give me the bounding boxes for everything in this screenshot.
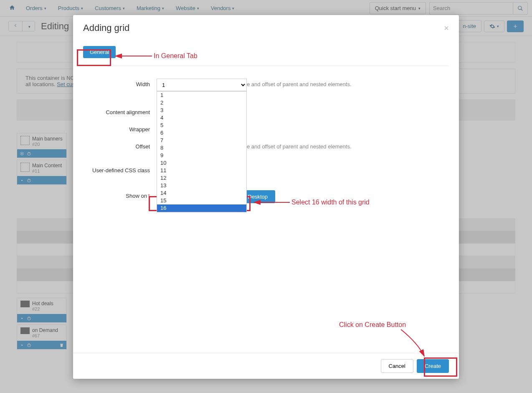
- width-option[interactable]: 11: [157, 167, 246, 174]
- close-icon[interactable]: ×: [444, 23, 449, 33]
- label-css-class: User-defined CSS class: [83, 165, 157, 174]
- width-option[interactable]: 3: [157, 107, 246, 114]
- width-option[interactable]: 10: [157, 159, 246, 167]
- tab-general[interactable]: General: [83, 46, 116, 58]
- width-help: e and offset of parent and nested elemen…: [247, 81, 449, 87]
- width-option[interactable]: 12: [157, 174, 246, 182]
- adding-grid-modal: Adding grid × General Width 1 1 2 3 4 5 …: [73, 15, 459, 379]
- width-option[interactable]: 14: [157, 189, 246, 197]
- create-button[interactable]: Create: [417, 359, 449, 373]
- width-option[interactable]: 1: [157, 92, 246, 99]
- width-option[interactable]: 2: [157, 99, 246, 107]
- width-dropdown-list: 1 2 3 4 5 6 7 8 9 10 11 12 13 14 15 16: [157, 91, 247, 212]
- label-show-on: Show on*: [83, 190, 157, 199]
- modal-title: Adding grid: [83, 23, 129, 33]
- width-select[interactable]: 1: [157, 79, 247, 91]
- label-width: Width: [83, 79, 157, 87]
- width-option-16[interactable]: 16: [157, 204, 246, 212]
- label-content-alignment: Content alignment: [83, 107, 157, 115]
- cancel-button[interactable]: Cancel: [381, 359, 413, 373]
- width-option[interactable]: 4: [157, 114, 246, 122]
- width-option[interactable]: 5: [157, 122, 246, 129]
- width-option[interactable]: 13: [157, 182, 246, 189]
- width-option[interactable]: 9: [157, 152, 246, 159]
- label-wrapper: Wrapper: [83, 124, 157, 133]
- width-option[interactable]: 8: [157, 144, 246, 152]
- width-option[interactable]: 7: [157, 137, 246, 144]
- width-option[interactable]: 6: [157, 129, 246, 137]
- width-option[interactable]: 15: [157, 197, 246, 204]
- label-offset: Offset: [83, 141, 157, 150]
- offset-help: e and offset of parent and nested elemen…: [247, 143, 449, 150]
